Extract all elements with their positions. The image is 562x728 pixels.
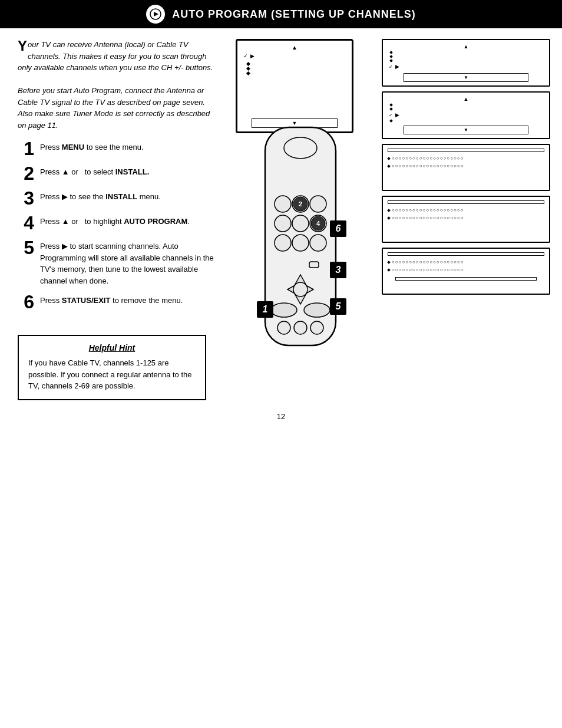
scan-box-1-dots-1: ○○○○○○○○○○○○○○○○○○○○○ [388, 156, 544, 161]
scan-box-3-label [388, 252, 544, 256]
scan-box-1-label [388, 149, 544, 152]
scan-box-1: ○○○○○○○○○○○○○○○○○○○○○ ○○○○○○○○○○○○○○○○○○… [382, 144, 550, 191]
menu-item-2 [247, 67, 348, 70]
helpful-hint-text: If you have Cable TV, channels 1-125 are… [28, 357, 196, 392]
svg-point-21 [271, 303, 297, 317]
scan-box-2-label [388, 200, 544, 204]
svg-point-4 [310, 196, 326, 212]
svg-point-27 [310, 321, 323, 334]
step-2-text: Press ▲ or to select INSTALL. [40, 164, 149, 178]
steps-list: 1 Press MENU to see the menu. 2 Press ▲ … [18, 139, 218, 311]
step-5-number: 5 [18, 238, 34, 257]
menu-box-2-nav: ✓ ▶ [388, 112, 544, 118]
step-1: 1 Press MENU to see the menu. [18, 139, 218, 158]
logo-icon [146, 5, 165, 24]
svg-point-20 [293, 282, 308, 297]
diagram-area: ▲ ✓ ▶ ▼ [224, 39, 377, 317]
scan-box-2-dots-2: ○○○○○○○○○○○○○○○○○○○○○ [388, 215, 544, 220]
scan-box-3: ○○○○○○○○○○○○○○○○○○○○○ ○○○○○○○○○○○○○○○○○○… [382, 248, 550, 295]
step-4-number: 4 [18, 213, 34, 232]
step-6-number: 6 [18, 292, 34, 311]
step-5: 5 Press ▶ to start scanning channels. Au… [18, 238, 218, 286]
scan-box-1-dots-2: ○○○○○○○○○○○○○○○○○○○○○ [388, 163, 544, 169]
menu-top-arrow: ▲ [241, 44, 348, 51]
svg-point-25 [277, 321, 290, 334]
menu-box-1-item-3 [388, 60, 544, 62]
helpful-hint-title: Helpful Hint [28, 343, 196, 353]
svg-text:2: 2 [299, 200, 302, 207]
svg-point-6 [292, 215, 309, 232]
step-6: 6 Press STATUS/EXIT to remove the menu. [18, 292, 218, 311]
left-column: Your TV can receive Antenna (local) or C… [18, 39, 218, 317]
intro-text-1: our TV can receive Antenna (local) or Ca… [18, 40, 213, 72]
menu-box-1-item-2 [388, 55, 544, 58]
step-3-number: 3 [18, 189, 34, 207]
remote-control: 2 4 [247, 116, 353, 365]
menu-box-2: ▲ ✓ ▶ ▼ [382, 91, 550, 139]
step-2-number: 2 [18, 164, 34, 183]
menu-screenshots: ▲ ✓ ▶ ▼ ▲ [382, 39, 550, 317]
svg-point-26 [294, 321, 307, 334]
svg-point-2 [275, 196, 291, 212]
helpful-hint-box: Helpful Hint If you have Cable TV, chann… [18, 335, 206, 400]
main-content: Your TV can receive Antenna (local) or C… [0, 28, 562, 323]
scan-box-3-dots-1: ○○○○○○○○○○○○○○○○○○○○○ [388, 259, 544, 265]
svg-point-24 [304, 303, 330, 317]
menu-box-2-bottom: ▼ [404, 126, 529, 134]
scan-box-2: ○○○○○○○○○○○○○○○○○○○○○ ○○○○○○○○○○○○○○○○○○… [382, 196, 550, 243]
menu-box-2-item-3 [388, 120, 544, 122]
menu-items [241, 62, 348, 75]
menu-box-1-bottom: ▼ [404, 73, 529, 82]
menu-box-2-item-2 [388, 108, 544, 110]
svg-text:3: 3 [336, 265, 341, 275]
svg-rect-15 [309, 262, 319, 268]
step-5-text: Press ▶ to start scanning channels. Auto… [40, 238, 218, 286]
menu-box-1-nav: ✓ ▶ [388, 64, 544, 70]
step-4-text: Press ▲ or to highlight AUTO PROGRAM. [40, 213, 190, 228]
step-1-number: 1 [18, 139, 34, 158]
step-3-text: Press ▶ to see the INSTALL menu. [40, 189, 161, 203]
menu-box-1: ▲ ✓ ▶ ▼ [382, 39, 550, 87]
step-1-text: Press MENU to see the menu. [40, 139, 144, 153]
svg-text:1: 1 [263, 304, 268, 314]
step-6-text: Press STATUS/EXIT to remove the menu. [40, 292, 183, 307]
page-header: Auto Program (Setting up Channels) [0, 0, 562, 28]
menu-box-1-item-1 [388, 51, 544, 54]
menu-item-3 [247, 72, 348, 75]
svg-point-10 [310, 235, 326, 251]
svg-text:4: 4 [316, 220, 320, 227]
menu-item-1 [247, 62, 348, 65]
intro-paragraph: Your TV can receive Antenna (local) or C… [18, 39, 218, 131]
step-3: 3 Press ▶ to see the INSTALL menu. [18, 189, 218, 207]
svg-text:6: 6 [336, 223, 341, 233]
scan-box-2-dots-1: ○○○○○○○○○○○○○○○○○○○○○ [388, 207, 544, 213]
svg-point-8 [275, 235, 291, 251]
page-title: Auto Program (Setting up Channels) [172, 8, 415, 21]
step-2: 2 Press ▲ or to select INSTALL. [18, 164, 218, 183]
svg-point-5 [275, 215, 291, 232]
intro-text-2: Before you start Auto Program, connect t… [18, 86, 210, 130]
svg-text:5: 5 [336, 301, 342, 311]
drop-cap: Y [18, 39, 27, 53]
scan-box-3-dots-2: ○○○○○○○○○○○○○○○○○○○○○ [388, 267, 544, 272]
menu-box-2-item-1 [388, 104, 544, 106]
page-number: 12 [0, 412, 562, 421]
svg-point-9 [292, 235, 309, 251]
step-4: 4 Press ▲ or to highlight AUTO PROGRAM. [18, 213, 218, 232]
scan-box-3-bottom [395, 277, 536, 281]
menu-nav-row: ✓ ▶ [241, 53, 348, 59]
right-column: ▲ ✓ ▶ ▼ [224, 39, 550, 317]
